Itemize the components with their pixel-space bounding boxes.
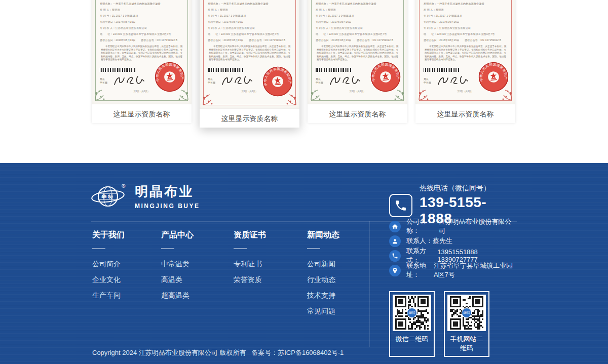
director-name: 申长雨 xyxy=(208,81,215,85)
page: 发明名称：一种基于多孔过滤单元的耐高温除尘滤袋发 明 人：蔡明清专 利 号：ZL… xyxy=(0,0,608,364)
nav-title-underline xyxy=(92,248,105,249)
brand-globe-icon: 华特 ® xyxy=(91,181,128,211)
director-labels: 局长申长雨 xyxy=(424,77,431,85)
certificate-text-line: 专利申请日：2017年06月16日 xyxy=(208,21,291,23)
nav-link[interactable]: 专利证书 xyxy=(234,260,266,269)
certificate-body-text: 本发明经过本局依照中华人民共和国专利法进行审查，决定授予专利权，颁发发明专利证书… xyxy=(317,45,398,62)
certificate-text-line: 发明名称：一种基于多孔过滤单元的耐高温除尘滤袋 xyxy=(100,3,183,5)
corner-flourish-icon xyxy=(176,89,189,102)
nav-column-title: 产品中心 xyxy=(161,230,194,240)
contact-label: 公司名称： xyxy=(406,217,439,235)
qr-codes: 华特微信二维码华特手机网站二维码 xyxy=(389,291,489,357)
qr-caption: 微信二维码 xyxy=(393,335,431,344)
nav-link[interactable]: 行业动态 xyxy=(307,275,339,285)
qr-code-box: 华特微信二维码 xyxy=(389,291,435,357)
contact-row: 公司名称：江苏明晶布业股份有限公司 xyxy=(389,221,517,232)
footer-nav-column: 新闻动态公司新闻行业动态技术支持常见问题 xyxy=(307,230,339,322)
nav-link[interactable]: 超高温类 xyxy=(161,291,194,300)
contact-info: 公司名称：江苏明晶布业股份有限公司联系人：蔡先生联系方式：13951551888… xyxy=(389,221,517,279)
phone-box-icon xyxy=(389,194,412,217)
certificate-text-line: 发 明 人：蔡明清 xyxy=(316,9,399,11)
certificate-text-line: 专 利 权 人：江苏明晶布业股份有限公司 xyxy=(316,27,399,29)
certificate-body-text: 本发明经过本局依照中华人民共和国专利法进行审查，决定授予专利权，颁发发明专利证书… xyxy=(209,45,290,62)
certificate-text-line: 专利申请日：2017年06月16日 xyxy=(100,21,183,23)
signature xyxy=(326,73,363,89)
nav-link[interactable]: 中常温类 xyxy=(161,260,194,269)
nav-column-title: 资质证书 xyxy=(234,230,266,240)
nav-link[interactable]: 生产车间 xyxy=(92,291,125,300)
signature xyxy=(434,73,471,89)
contact-row: 联系方式：13951551888 13390727777 xyxy=(389,250,517,261)
director-labels: 局长申长雨 xyxy=(316,77,323,85)
certificate-text-line: 地 址：224400 江苏省盐城市阜宁县阜城镇工业园A区7号 xyxy=(424,33,507,35)
director-name: 申长雨 xyxy=(100,81,107,85)
footer-nav-column: 资质证书专利证书荣誉资质 xyxy=(234,230,266,291)
director-labels: 局长申长雨 xyxy=(208,77,215,85)
certificate-text-line: 专 利 号：ZL 2017 1 0465515.8 xyxy=(100,15,183,17)
nav-link[interactable]: 企业文化 xyxy=(92,275,125,285)
certificate-text-line: 地 址：224400 江苏省盐城市阜宁县阜城镇工业园A区7号 xyxy=(316,33,399,35)
director-name: 申长雨 xyxy=(316,81,323,85)
contact-label: 联系人： xyxy=(406,236,433,246)
brand-name-en: MINGJING BUYE xyxy=(135,203,200,210)
nav-link[interactable]: 技术支持 xyxy=(307,291,339,300)
nav-link[interactable]: 常见问题 xyxy=(307,307,339,316)
corner-flourish-icon xyxy=(202,93,215,106)
corner-flourish-icon xyxy=(310,89,323,102)
certificate-text-line: 授权公告日：2018年08月16日 授权公告号：CN 107159022 B xyxy=(100,39,183,42)
nav-column-title: 关于我们 xyxy=(92,230,125,240)
certificate-text-line: 专 利 号：ZL 2017 1 0465515.8 xyxy=(424,15,507,17)
corner-flourish-icon xyxy=(392,89,405,102)
signature xyxy=(110,73,147,89)
contact-row: 联系地址：江苏省阜宁县阜城镇工业园A区7号 xyxy=(389,265,517,276)
nav-link[interactable]: 公司简介 xyxy=(92,260,125,269)
logo-text: 明晶布业 MINGJING BUYE xyxy=(135,183,200,210)
certificate-image: 发明名称：一种基于多孔过滤单元的耐高温除尘滤袋发 明 人：蔡明清专 利 号：ZL… xyxy=(308,0,407,104)
certificate-text-line: 专利申请日：2017年06月16日 xyxy=(316,21,399,23)
certificate-text-line: 发 明 人：蔡明清 xyxy=(100,9,183,11)
certificate-body-text: 本发明经过本局依照中华人民共和国专利法进行审查，决定授予专利权，颁发发明专利证书… xyxy=(425,45,506,62)
signature xyxy=(218,73,255,89)
director-name: 申长雨 xyxy=(424,81,431,85)
certificate-card[interactable]: 发明名称：一种基于多孔过滤单元的耐高温除尘滤袋发 明 人：蔡明清专 利 号：ZL… xyxy=(308,0,407,123)
qr-code-box: 华特手机网站二维码 xyxy=(444,291,489,357)
contact-value: 江苏明晶布业股份有限公司 xyxy=(439,217,517,235)
nav-link[interactable]: 公司新闻 xyxy=(307,260,339,269)
nav-link[interactable]: 高温类 xyxy=(161,275,194,285)
nav-title-underline xyxy=(161,248,174,249)
certificate-text-line: 发明名称：一种基于多孔过滤单元的耐高温除尘滤袋 xyxy=(424,3,507,5)
qr-code: 华特 xyxy=(447,295,486,331)
certificate-text-line: 专 利 权 人：江苏明晶布业股份有限公司 xyxy=(424,27,507,29)
footer-logo[interactable]: 华特 ® 明晶布业 MINGJING BUYE xyxy=(91,181,200,211)
pin-icon xyxy=(389,265,401,276)
director-label: 局长 xyxy=(316,77,323,81)
certificate-card[interactable]: 发明名称：一种基于多孔过滤单元的耐高温除尘滤袋发 明 人：蔡明清专 利 号：ZL… xyxy=(415,0,515,123)
certificate-caption: 这里显示资质名称 xyxy=(92,104,192,123)
certificate-text-lines: 发明名称：一种基于多孔过滤单元的耐高温除尘滤袋发 明 人：蔡明清专 利 号：ZL… xyxy=(100,3,183,42)
contact-label: 联系地址： xyxy=(406,261,434,279)
certificate-card[interactable]: 发明名称：一种基于多孔过滤单元的耐高温除尘滤袋发 明 人：蔡明清专 利 号：ZL… xyxy=(200,0,299,128)
hotline-label: 热线电话（微信同号） xyxy=(420,184,517,193)
director-label: 局长 xyxy=(424,77,431,81)
certificate-paper: 发明名称：一种基于多孔过滤单元的耐高温除尘滤袋发 明 人：蔡明清专 利 号：ZL… xyxy=(308,0,407,104)
director-label: 局长 xyxy=(208,77,215,81)
footer-nav-column: 产品中心中常温类高温类超高温类 xyxy=(161,230,194,307)
nav-title-underline xyxy=(307,248,320,249)
certificate-cards-row: 发明名称：一种基于多孔过滤单元的耐高温除尘滤袋发 明 人：蔡明清专 利 号：ZL… xyxy=(92,0,515,128)
certificate-text-line: 专 利 号：ZL 2017 1 0465515.8 xyxy=(316,15,399,17)
nav-link[interactable]: 荣誉资质 xyxy=(234,275,266,285)
barcode xyxy=(208,68,243,72)
certificate-text-lines: 发明名称：一种基于多孔过滤单元的耐高温除尘滤袋发 明 人：蔡明清专 利 号：ZL… xyxy=(208,3,291,42)
certificate-text-line: 授权公告日：2018年08月16日 授权公告号：CN 107159022 B xyxy=(316,39,399,42)
certificate-text-lines: 发明名称：一种基于多孔过滤单元的耐高温除尘滤袋发 明 人：蔡明清专 利 号：ZL… xyxy=(316,3,399,42)
qr-center-logo: 华特 xyxy=(462,308,472,318)
copyright-line1: Copyright 2024 江苏明晶布业股份有限公司 版权所有 备案号：苏IC… xyxy=(92,346,344,359)
certificate-card[interactable]: 发明名称：一种基于多孔过滤单元的耐高温除尘滤袋发 明 人：蔡明清专 利 号：ZL… xyxy=(92,0,192,123)
certificate-text-line: 专 利 权 人：江苏明晶布业股份有限公司 xyxy=(208,27,291,29)
corner-flourish-icon xyxy=(417,89,431,102)
certificate-text-line: 地 址：224400 江苏省盐城市阜宁县阜城镇工业园A区7号 xyxy=(208,33,291,35)
footer-nav-column: 关于我们公司简介企业文化生产车间 xyxy=(92,230,125,307)
barcode xyxy=(100,68,135,72)
certificate-text-line: 发 明 人：蔡明清 xyxy=(208,9,291,11)
certificate-body-text: 本发明经过本局依照中华人民共和国专利法进行审查，决定授予专利权，颁发发明专利证书… xyxy=(101,45,182,62)
